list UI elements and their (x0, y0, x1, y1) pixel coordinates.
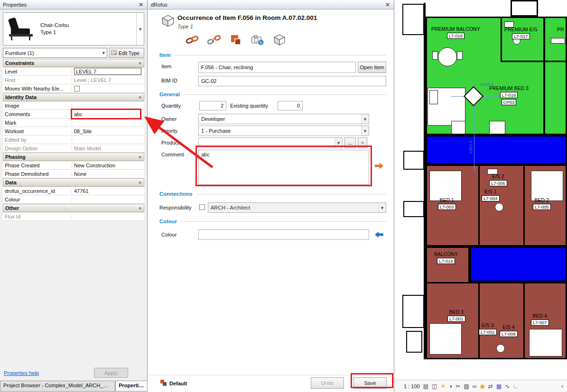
property-row-phase-demolished[interactable]: Phase Demolished None (3, 170, 144, 178)
shadows-icon[interactable]: ◑ (449, 383, 452, 390)
property-row-edited-by: Edited by (3, 136, 144, 144)
collapse-icon[interactable]: « (138, 96, 143, 99)
tab-project-browser[interactable]: Project Browser - Complex_Model_ARCH_Wi.… (0, 381, 115, 392)
type-selector[interactable]: Chair-Corbu Type 1 ▾ (3, 12, 144, 46)
sun-path-icon[interactable]: ☀ (440, 383, 446, 390)
unlink-icon[interactable] (207, 33, 221, 46)
edit-type-label: Edit Type (119, 50, 139, 56)
apply-button[interactable]: Apply (94, 368, 128, 378)
properties-titlebar[interactable]: Properties ✕ (0, 0, 147, 9)
chair-thumbnail (5, 15, 37, 43)
toilet-symbol (495, 203, 503, 211)
corridor[interactable] (470, 246, 567, 282)
product-dropdown[interactable]: ▾ (198, 137, 343, 148)
property-row-workset[interactable]: Workset 08_Site (3, 127, 144, 136)
close-icon[interactable]: ✕ (138, 1, 144, 8)
property-row-mark[interactable]: Mark (3, 119, 144, 127)
moves-with-nearby-checkbox[interactable] (74, 86, 80, 91)
property-row-design-option: Design Option Main Model (3, 144, 144, 153)
property-row-comments[interactable]: Comments abc (3, 110, 144, 119)
floor-plan-view[interactable]: 4194.9 1980.6 PREMIUM BALCONY L7-018 PRE… (394, 0, 567, 392)
property-row-flux-id: Flux Id (3, 212, 144, 221)
product-browse-button[interactable]: ... (344, 137, 356, 148)
collapse-icon[interactable]: « (138, 62, 143, 64)
properties-table: Constraints « Level LEVEL 7 Host Level :… (3, 59, 144, 221)
collapse-icon[interactable]: « (138, 181, 143, 184)
visual-style-icon[interactable]: ◫ (432, 383, 437, 390)
property-row-moves-with-nearby[interactable]: Moves With Nearby Ele... (3, 84, 144, 93)
colour-input[interactable] (198, 229, 369, 240)
section-data[interactable]: Data « (3, 178, 144, 187)
responsibility-checkbox[interactable] (199, 204, 205, 210)
owner-dropdown[interactable]: Developer ▾ (198, 114, 369, 124)
product-clear-button[interactable]: × (358, 137, 367, 148)
push-right-arrow-icon[interactable] (374, 163, 384, 170)
comment-textarea[interactable]: abc (198, 150, 369, 185)
corridor[interactable] (426, 135, 567, 164)
level-value-field[interactable]: LEVEL 7 (74, 68, 141, 75)
room-label: PREMIUM BALCONY L7-018 (431, 26, 480, 39)
3d-box-icon[interactable] (272, 33, 287, 46)
constraints-icon[interactable]: ∟ (513, 383, 519, 390)
product-label: Product (161, 140, 179, 146)
edit-type-button[interactable]: Edit Type (109, 48, 144, 58)
close-icon[interactable]: ✕ (384, 1, 391, 8)
balcony-outline (511, 0, 538, 17)
property-row-image[interactable]: Image (3, 101, 144, 110)
chevron-down-icon: ▾ (335, 138, 342, 147)
camera-sync-icon[interactable]: ↻ (251, 33, 265, 46)
section-other[interactable]: Other « (3, 204, 144, 212)
comment-label: Comment (161, 152, 184, 157)
room-label: BED 2 L7-005 (533, 197, 551, 210)
crop-region-icon[interactable]: ▧ (464, 383, 469, 390)
priority-dropdown[interactable]: 1 - Purchase ▾ (198, 126, 369, 136)
save-button[interactable]: Save (353, 377, 387, 389)
sink-symbol (551, 38, 565, 44)
worksharing-icon[interactable]: ⇄ (488, 383, 493, 390)
section-phasing[interactable]: Phasing « (3, 153, 144, 161)
chevron-down-icon[interactable]: ▾ (136, 13, 144, 45)
wall (478, 282, 480, 359)
default-settings[interactable]: Default (160, 380, 187, 387)
quantity-input[interactable]: 2 (199, 101, 226, 110)
analytical-icon[interactable]: ∿ (505, 383, 510, 390)
temp-view-icon[interactable]: ▦ (496, 383, 502, 390)
item-input[interactable]: F.056 - Chair, reclining (198, 62, 356, 73)
drofus-titlebar[interactable]: dRofus ✕ (148, 0, 394, 9)
existing-quantity-label: Existing quantity (230, 103, 268, 109)
toilet-symbol (496, 344, 505, 353)
pull-left-arrow-icon[interactable] (374, 231, 384, 239)
hide-isolate-icon[interactable]: ∞ (473, 383, 477, 390)
crop-view-icon[interactable]: ✂ (455, 383, 460, 390)
category-label: Furniture (1) (5, 50, 34, 56)
properties-help-link[interactable]: Properties help (4, 370, 39, 376)
category-combobox[interactable]: Furniture (1) ▾ (3, 48, 107, 58)
view-control-bar: 1 : 100 ▤ ◫ ☀ ◑ ✂ ▧ ∞ ◉ ⇄ ▦ ∿ ∟ ‹ (394, 380, 567, 392)
family-name: Chair-Corbu (40, 22, 136, 29)
tab-properties[interactable]: Properties (115, 381, 148, 392)
responsibility-dropdown[interactable]: ARCH - Architect ▾ (208, 202, 386, 213)
comments-value-field[interactable]: abc (72, 110, 144, 118)
edit-type-icon (111, 49, 117, 56)
detail-level-icon[interactable]: ▤ (423, 383, 428, 390)
section-constraints[interactable]: Constraints « (3, 59, 144, 67)
existing-quantity-input[interactable]: 0 (278, 101, 303, 110)
collapse-icon[interactable]: « (138, 155, 143, 158)
link-icon[interactable] (185, 33, 199, 46)
open-item-button[interactable]: Open Item (358, 62, 386, 73)
property-row-colour[interactable]: Colour (3, 195, 144, 204)
property-row-level[interactable]: Level LEVEL 7 (3, 67, 144, 76)
property-row-phase-created[interactable]: Phase Created New Construction (3, 161, 144, 170)
sync-occurrence-icon[interactable] (229, 33, 243, 46)
reveal-hidden-icon[interactable]: ◉ (480, 383, 484, 390)
bim-id-input[interactable]: GC-02 (198, 76, 386, 86)
collapse-icon[interactable]: ‹ (561, 383, 563, 390)
wall (478, 164, 480, 246)
chevron-down-icon: ▾ (378, 203, 386, 212)
responsibility-label: Responsibility (159, 205, 192, 210)
section-identity-data[interactable]: Identity Data « (3, 93, 144, 101)
view-scale[interactable]: 1 : 100 (404, 383, 420, 389)
property-row-drofus-occurrence-id[interactable]: drofus_occurrence_id 47761 (3, 187, 144, 195)
undo-button[interactable]: Undo (311, 377, 344, 389)
collapse-icon[interactable]: « (138, 207, 143, 210)
